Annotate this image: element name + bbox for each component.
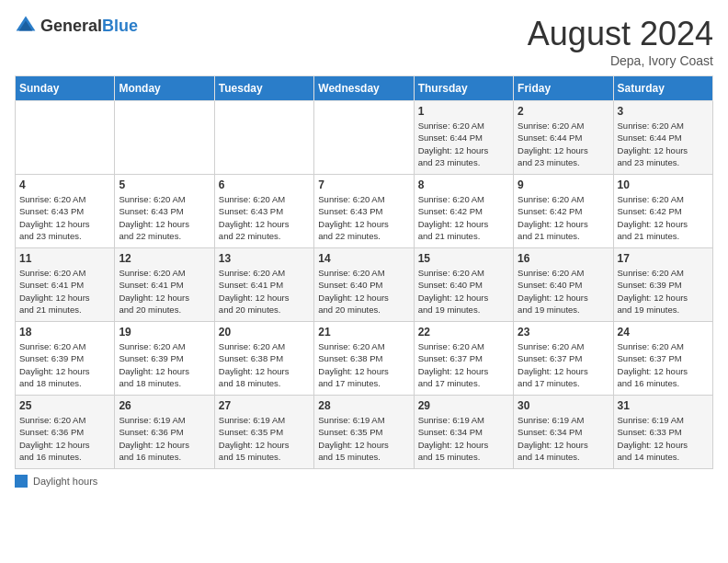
location-subtitle: Depa, Ivory Coast (528, 53, 713, 68)
day-number: 21 (318, 326, 409, 339)
day-info: Sunrise: 6:20 AMSunset: 6:42 PMDaylight:… (618, 193, 709, 242)
calendar-table: SundayMondayTuesdayWednesdayThursdayFrid… (15, 75, 713, 469)
calendar-cell (214, 101, 313, 175)
calendar-cell (16, 101, 115, 175)
week-row-3: 11Sunrise: 6:20 AMSunset: 6:41 PMDayligh… (16, 248, 713, 322)
day-number: 10 (618, 178, 709, 191)
page-header: GeneralBlue August 2024 Depa, Ivory Coas… (15, 15, 713, 68)
day-number: 8 (418, 178, 509, 191)
day-info: Sunrise: 6:20 AMSunset: 6:43 PMDaylight:… (219, 193, 310, 242)
calendar-cell: 29Sunrise: 6:19 AMSunset: 6:34 PMDayligh… (414, 396, 513, 469)
week-row-5: 25Sunrise: 6:20 AMSunset: 6:36 PMDayligh… (16, 396, 713, 469)
day-info: Sunrise: 6:19 AMSunset: 6:36 PMDaylight:… (119, 414, 210, 463)
day-header-tuesday: Tuesday (214, 76, 313, 101)
day-number: 1 (418, 105, 509, 118)
daylight-bar-icon (15, 475, 28, 488)
day-info: Sunrise: 6:20 AMSunset: 6:39 PMDaylight:… (618, 267, 709, 316)
calendar-cell: 19Sunrise: 6:20 AMSunset: 6:39 PMDayligh… (115, 322, 214, 396)
calendar-cell: 31Sunrise: 6:19 AMSunset: 6:33 PMDayligh… (613, 396, 712, 469)
day-number: 25 (19, 399, 110, 412)
day-info: Sunrise: 6:20 AMSunset: 6:42 PMDaylight:… (518, 193, 609, 242)
day-info: Sunrise: 6:20 AMSunset: 6:40 PMDaylight:… (518, 267, 609, 316)
day-number: 22 (418, 326, 509, 339)
day-info: Sunrise: 6:19 AMSunset: 6:34 PMDaylight:… (418, 414, 509, 463)
day-number: 6 (219, 178, 310, 191)
day-info: Sunrise: 6:20 AMSunset: 6:41 PMDaylight:… (19, 267, 110, 316)
calendar-cell: 24Sunrise: 6:20 AMSunset: 6:37 PMDayligh… (613, 322, 712, 396)
calendar-cell: 5Sunrise: 6:20 AMSunset: 6:43 PMDaylight… (115, 175, 214, 248)
calendar-cell: 6Sunrise: 6:20 AMSunset: 6:43 PMDaylight… (214, 175, 313, 248)
calendar-cell: 17Sunrise: 6:20 AMSunset: 6:39 PMDayligh… (613, 248, 712, 322)
calendar-footer: Daylight hours (15, 475, 713, 488)
day-header-sunday: Sunday (16, 76, 115, 101)
day-number: 16 (518, 252, 609, 265)
logo-general-text: GeneralBlue (40, 17, 138, 36)
day-info: Sunrise: 6:20 AMSunset: 6:37 PMDaylight:… (518, 340, 609, 389)
day-info: Sunrise: 6:20 AMSunset: 6:39 PMDaylight:… (19, 340, 110, 389)
calendar-cell: 14Sunrise: 6:20 AMSunset: 6:40 PMDayligh… (314, 248, 414, 322)
day-info: Sunrise: 6:20 AMSunset: 6:41 PMDaylight:… (219, 267, 310, 316)
week-row-2: 4Sunrise: 6:20 AMSunset: 6:43 PMDaylight… (16, 175, 713, 248)
day-info: Sunrise: 6:20 AMSunset: 6:43 PMDaylight:… (19, 193, 110, 242)
day-number: 2 (518, 105, 609, 118)
day-info: Sunrise: 6:20 AMSunset: 6:38 PMDaylight:… (219, 340, 310, 389)
day-number: 9 (518, 178, 609, 191)
daylight-label: Daylight hours (33, 476, 97, 487)
logo: GeneralBlue (15, 15, 138, 37)
calendar-cell: 7Sunrise: 6:20 AMSunset: 6:43 PMDaylight… (314, 175, 414, 248)
calendar-cell: 15Sunrise: 6:20 AMSunset: 6:40 PMDayligh… (414, 248, 513, 322)
day-number: 23 (518, 326, 609, 339)
day-number: 3 (618, 105, 709, 118)
calendar-cell: 16Sunrise: 6:20 AMSunset: 6:40 PMDayligh… (514, 248, 613, 322)
day-info: Sunrise: 6:20 AMSunset: 6:44 PMDaylight:… (518, 120, 609, 168)
calendar-cell (314, 101, 414, 175)
day-number: 4 (19, 178, 110, 191)
day-header-saturday: Saturday (613, 76, 712, 101)
day-info: Sunrise: 6:20 AMSunset: 6:38 PMDaylight:… (318, 340, 409, 389)
title-block: August 2024 Depa, Ivory Coast (528, 15, 713, 68)
day-info: Sunrise: 6:20 AMSunset: 6:41 PMDaylight:… (119, 267, 210, 316)
day-info: Sunrise: 6:20 AMSunset: 6:44 PMDaylight:… (418, 120, 509, 168)
week-row-1: 1Sunrise: 6:20 AMSunset: 6:44 PMDaylight… (16, 101, 713, 175)
day-info: Sunrise: 6:19 AMSunset: 6:35 PMDaylight:… (219, 414, 310, 463)
calendar-cell: 30Sunrise: 6:19 AMSunset: 6:34 PMDayligh… (514, 396, 613, 469)
day-info: Sunrise: 6:20 AMSunset: 6:36 PMDaylight:… (19, 414, 110, 463)
day-number: 20 (219, 326, 310, 339)
calendar-cell: 12Sunrise: 6:20 AMSunset: 6:41 PMDayligh… (115, 248, 214, 322)
calendar-cell: 20Sunrise: 6:20 AMSunset: 6:38 PMDayligh… (214, 322, 313, 396)
day-info: Sunrise: 6:19 AMSunset: 6:33 PMDaylight:… (618, 414, 709, 463)
calendar-cell: 4Sunrise: 6:20 AMSunset: 6:43 PMDaylight… (16, 175, 115, 248)
week-row-4: 18Sunrise: 6:20 AMSunset: 6:39 PMDayligh… (16, 322, 713, 396)
day-number: 7 (318, 178, 409, 191)
day-info: Sunrise: 6:20 AMSunset: 6:43 PMDaylight:… (119, 193, 210, 242)
day-number: 27 (219, 399, 310, 412)
day-number: 12 (119, 252, 210, 265)
day-number: 5 (119, 178, 210, 191)
calendar-cell: 23Sunrise: 6:20 AMSunset: 6:37 PMDayligh… (514, 322, 613, 396)
day-number: 29 (418, 399, 509, 412)
calendar-cell: 8Sunrise: 6:20 AMSunset: 6:42 PMDaylight… (414, 175, 513, 248)
day-info: Sunrise: 6:20 AMSunset: 6:40 PMDaylight:… (418, 267, 509, 316)
day-info: Sunrise: 6:19 AMSunset: 6:34 PMDaylight:… (518, 414, 609, 463)
calendar-cell: 27Sunrise: 6:19 AMSunset: 6:35 PMDayligh… (214, 396, 313, 469)
calendar-cell: 26Sunrise: 6:19 AMSunset: 6:36 PMDayligh… (115, 396, 214, 469)
calendar-cell: 1Sunrise: 6:20 AMSunset: 6:44 PMDaylight… (414, 101, 513, 175)
calendar-cell: 11Sunrise: 6:20 AMSunset: 6:41 PMDayligh… (16, 248, 115, 322)
day-number: 14 (318, 252, 409, 265)
day-info: Sunrise: 6:19 AMSunset: 6:35 PMDaylight:… (318, 414, 409, 463)
day-number: 11 (19, 252, 110, 265)
day-number: 24 (618, 326, 709, 339)
calendar-cell: 3Sunrise: 6:20 AMSunset: 6:44 PMDaylight… (613, 101, 712, 175)
calendar-cell (115, 101, 214, 175)
logo-icon (15, 15, 37, 37)
calendar-cell: 13Sunrise: 6:20 AMSunset: 6:41 PMDayligh… (214, 248, 313, 322)
day-number: 26 (119, 399, 210, 412)
day-info: Sunrise: 6:20 AMSunset: 6:40 PMDaylight:… (318, 267, 409, 316)
calendar-cell: 2Sunrise: 6:20 AMSunset: 6:44 PMDaylight… (514, 101, 613, 175)
day-info: Sunrise: 6:20 AMSunset: 6:37 PMDaylight:… (418, 340, 509, 389)
day-number: 31 (618, 399, 709, 412)
day-info: Sunrise: 6:20 AMSunset: 6:37 PMDaylight:… (618, 340, 709, 389)
calendar-cell: 18Sunrise: 6:20 AMSunset: 6:39 PMDayligh… (16, 322, 115, 396)
day-info: Sunrise: 6:20 AMSunset: 6:42 PMDaylight:… (418, 193, 509, 242)
day-header-friday: Friday (514, 76, 613, 101)
